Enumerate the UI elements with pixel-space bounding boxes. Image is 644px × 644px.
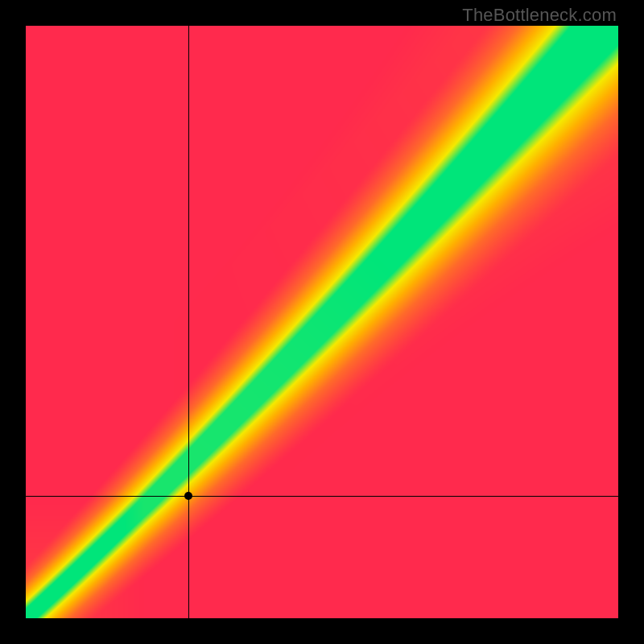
crosshair-horizontal bbox=[26, 496, 618, 497]
plot-area bbox=[26, 26, 618, 618]
watermark-text: TheBottleneck.com bbox=[462, 5, 617, 26]
crosshair-vertical bbox=[188, 26, 189, 618]
heatmap-canvas bbox=[26, 26, 618, 618]
chart-frame: TheBottleneck.com bbox=[0, 0, 644, 644]
data-point-marker bbox=[184, 492, 192, 500]
